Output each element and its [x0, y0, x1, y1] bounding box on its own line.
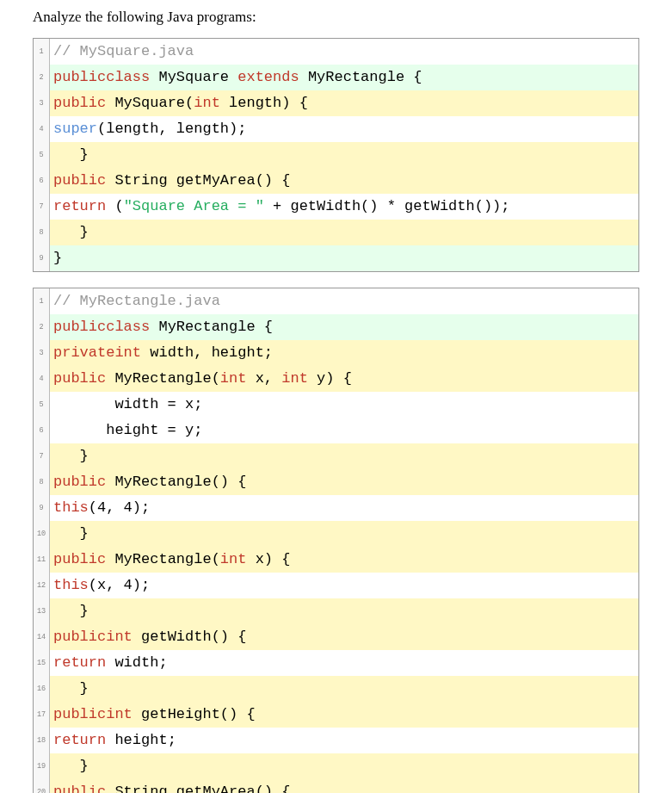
code-line: 1// MyRectangle.java [34, 288, 638, 314]
code-line: 3 private int width, height; [34, 340, 638, 366]
code-content: } [50, 142, 638, 168]
code-content: } [50, 521, 638, 547]
code-content: private int width, height; [50, 340, 638, 366]
code-content: public MyRectangle(int x) { [50, 547, 638, 573]
code-line: 6 public String getMyArea() { [34, 168, 638, 194]
code-line: 7 return ("Square Area = " + getWidth() … [34, 194, 638, 220]
line-number: 1 [34, 288, 50, 314]
line-number: 4 [34, 116, 50, 142]
code-content: super(length, length); [50, 116, 638, 142]
line-number: 9 [34, 245, 50, 271]
code-content: return height; [50, 728, 638, 753]
code-line: 6 height = y; [34, 418, 638, 443]
code-content: return width; [50, 650, 638, 676]
code-content: public String getMyArea() { [50, 779, 638, 793]
code-content: return ("Square Area = " + getWidth() * … [50, 194, 638, 220]
line-number: 12 [34, 573, 50, 598]
code-content: public String getMyArea() { [50, 168, 638, 194]
code-content: } [50, 676, 638, 702]
code-content: } [50, 598, 638, 624]
line-number: 17 [34, 702, 50, 728]
code-line: 16 } [34, 676, 638, 702]
line-number: 15 [34, 650, 50, 676]
code-content: this(x, 4); [50, 573, 638, 598]
line-number: 14 [34, 624, 50, 650]
code-line: 8 public MyRectangle() { [34, 469, 638, 495]
code-line: 2public class MyRectangle { [34, 314, 638, 340]
line-number: 16 [34, 676, 50, 702]
line-number: 18 [34, 728, 50, 753]
line-number: 6 [34, 168, 50, 194]
code-line: 20 public String getMyArea() { [34, 779, 638, 793]
code-line: 11 public MyRectangle(int x) { [34, 547, 638, 573]
code-content: // MyRectangle.java [50, 288, 638, 314]
code-line: 5 } [34, 142, 638, 168]
line-number: 3 [34, 90, 50, 116]
line-number: 13 [34, 598, 50, 624]
code-line: 9 this(4, 4); [34, 495, 638, 521]
heading: Analyze the following Java programs: [33, 9, 639, 26]
line-number: 3 [34, 340, 50, 366]
line-number: 7 [34, 194, 50, 220]
code-content: public MyRectangle() { [50, 469, 638, 495]
code-line: 4 super(length, length); [34, 116, 638, 142]
code-content: width = x; [50, 392, 638, 418]
line-number: 2 [34, 314, 50, 340]
code-content: public class MySquare extends MyRectangl… [50, 65, 638, 90]
line-number: 11 [34, 547, 50, 573]
code-content: this(4, 4); [50, 495, 638, 521]
code-content: public class MyRectangle { [50, 314, 638, 340]
code-content: public MyRectangle(int x, int y) { [50, 366, 638, 392]
code-content: // MySquare.java [50, 39, 638, 65]
code-content: } [50, 753, 638, 779]
code-content: } [50, 443, 638, 469]
code-line: 4 public MyRectangle(int x, int y) { [34, 366, 638, 392]
line-number: 4 [34, 366, 50, 392]
code-block-myrectangle: 1// MyRectangle.java2public class MyRect… [33, 288, 639, 793]
code-content: public int getHeight() { [50, 702, 638, 728]
code-line: 18 return height; [34, 728, 638, 753]
code-line: 7 } [34, 443, 638, 469]
code-content: } [50, 220, 638, 245]
line-number: 7 [34, 443, 50, 469]
code-line: 14 public int getWidth() { [34, 624, 638, 650]
code-line: 19 } [34, 753, 638, 779]
line-number: 10 [34, 521, 50, 547]
line-number: 2 [34, 65, 50, 90]
code-line: 5 width = x; [34, 392, 638, 418]
code-content: public MySquare(int length) { [50, 90, 638, 116]
code-content: height = y; [50, 418, 638, 443]
line-number: 9 [34, 495, 50, 521]
code-line: 13 } [34, 598, 638, 624]
line-number: 20 [34, 779, 50, 793]
code-line: 8 } [34, 220, 638, 245]
code-content: } [50, 245, 638, 271]
code-block-mysquare: 1// MySquare.java2public class MySquare … [33, 38, 639, 272]
code-line: 1// MySquare.java [34, 39, 638, 65]
line-number: 6 [34, 418, 50, 443]
code-line: 12 this(x, 4); [34, 573, 638, 598]
line-number: 8 [34, 220, 50, 245]
line-number: 1 [34, 39, 50, 65]
line-number: 8 [34, 469, 50, 495]
code-line: 9} [34, 245, 638, 271]
code-line: 10 } [34, 521, 638, 547]
code-line: 2public class MySquare extends MyRectang… [34, 65, 638, 90]
line-number: 5 [34, 142, 50, 168]
line-number: 19 [34, 753, 50, 779]
line-number: 5 [34, 392, 50, 418]
code-line: 17 public int getHeight() { [34, 702, 638, 728]
code-line: 15 return width; [34, 650, 638, 676]
code-content: public int getWidth() { [50, 624, 638, 650]
code-line: 3 public MySquare(int length) { [34, 90, 638, 116]
